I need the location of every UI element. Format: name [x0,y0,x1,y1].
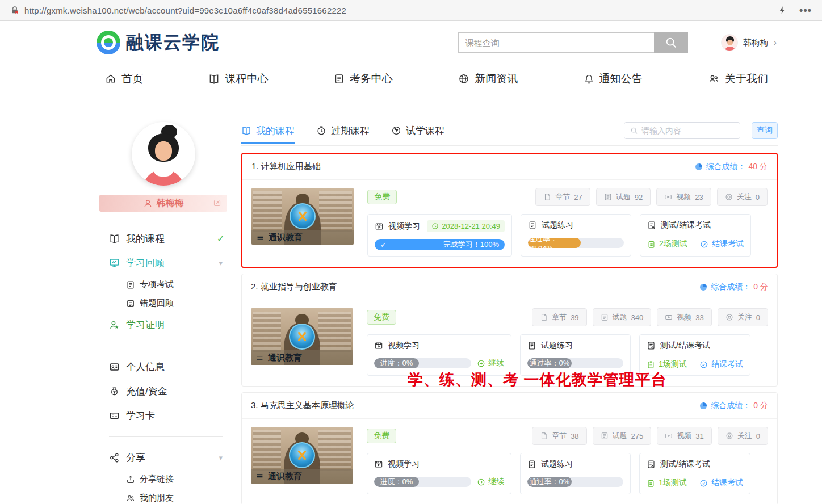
course-search-button[interactable] [654,32,688,53]
sidebar-item-share-link[interactable]: 分享链接 [109,470,227,489]
course-thumbnail[interactable]: 通识教育 [251,427,353,484]
bell-icon [584,73,594,85]
clipboard-icon [647,240,656,249]
user-menu[interactable]: 韩梅梅 › [721,34,777,51]
video-progress-bar: 进度：0% [374,477,471,487]
stat-chapters[interactable]: 章节27 [535,188,590,206]
book-icon [241,125,251,136]
nav-notices[interactable]: 通知公告 [584,72,643,86]
friends-icon [126,494,135,503]
watermark-annotation: 学、练、测、考 一体化教学管理平台 [408,369,667,390]
home-icon [105,73,116,85]
user-name: 韩梅梅 [743,37,769,48]
tests-link[interactable]: 1场测试 [647,359,687,369]
stat-videos[interactable]: 视频23 [656,188,711,206]
chevron-right-icon: › [774,37,777,48]
school-logo-badge [290,203,316,229]
list-icon [601,432,609,440]
search-icon [665,36,677,49]
stat-follows[interactable]: 关注0 [718,427,768,445]
sidebar-item-my-courses[interactable]: 我的课程 ✓ [109,226,227,251]
eye-icon [725,313,733,321]
lightning-icon[interactable] [778,5,787,15]
course-thumbnail[interactable]: 通识教育 [251,188,354,245]
divider [109,346,223,346]
deadline-pill: 2028-12-21 20:49 [427,220,505,232]
nav-news[interactable]: 新闻资讯 [458,72,518,86]
pass-rate-bar: 通过率：0% [527,358,623,368]
clock-icon [316,125,326,136]
check-icon: ✓ [380,241,387,249]
exam-panel[interactable]: 测试/结课考试 1场测试 结课考试 [639,453,750,494]
tab-my-courses[interactable]: 我的课程 [241,124,295,137]
nav-about[interactable]: 关于我们 [708,72,768,86]
stat-follows[interactable]: 关注0 [717,188,768,206]
site-logo[interactable]: 融课云学院 [97,31,220,54]
course-thumbnail[interactable]: 通识教育 [251,308,353,365]
exam-panel[interactable]: 测试/结课考试 2场测试 结课考试 [640,214,751,257]
main-panel: 我的课程 过期课程 试学课程 查询 1. 计算机 [241,122,778,504]
list-icon [601,313,609,321]
final-exam-link[interactable]: 结课考试 [699,478,743,488]
tab-trial-courses[interactable]: 试学课程 [391,124,444,137]
quiz-panel[interactable]: 试题练习 通过率：0% [520,453,631,494]
profile-avatar[interactable] [132,122,195,186]
sidebar-item-special-exam[interactable]: 专项考试 [109,275,227,294]
query-button[interactable]: 查询 [752,122,778,139]
course-title[interactable]: 2. 就业指导与创业教育 [251,282,337,292]
list-search-box[interactable] [624,122,740,139]
exam-paper-icon [334,73,345,85]
course-search-input[interactable] [458,32,654,53]
stat-videos[interactable]: 视频33 [657,308,711,326]
divider [109,436,223,437]
tests-link[interactable]: 2场测试 [647,239,687,249]
list-search-input[interactable] [641,126,734,135]
stat-follows[interactable]: 关注0 [718,308,768,326]
sidebar-item-certificate[interactable]: 学习证明 [109,313,227,337]
monitor-chart-icon [109,258,120,268]
sidebar-item-recharge[interactable]: 充值/资金 [109,379,227,404]
final-exam-link[interactable]: 结课考试 [699,359,743,369]
sidebar-item-my-friends[interactable]: 我的朋友 [109,489,227,504]
nav-exam-center[interactable]: 考务中心 [334,72,393,86]
stat-videos[interactable]: 视频31 [657,427,711,445]
course-title[interactable]: 3. 马克思主义基本原理概论 [251,400,354,411]
book-icon [109,233,120,244]
stat-chapters[interactable]: 章节38 [532,427,586,445]
browser-address-bar[interactable]: http://gxmk.weisha100.net/web/account?ui… [0,0,822,21]
exam-doc-icon [126,280,135,289]
video-study-panel[interactable]: 视频学习 进度：0% 继续 [367,453,511,494]
video-progress-bar: 进度：0% [374,358,471,368]
clipboard-icon [647,479,655,488]
test-doc-icon [647,460,656,469]
course-title[interactable]: 1. 计算机应用基础 [251,161,321,172]
stat-chapters[interactable]: 章节39 [532,308,586,326]
user-name-banner[interactable]: 韩梅梅 [99,195,227,212]
tests-link[interactable]: 1场测试 [647,478,687,488]
tab-expired-courses[interactable]: 过期课程 [316,124,370,137]
browser-menu-icon[interactable]: ••• [799,5,812,16]
course-tabs: 我的课程 过期课程 试学课程 查询 [241,122,778,146]
stat-questions[interactable]: 试题275 [593,427,652,445]
stat-questions[interactable]: 试题340 [593,308,652,326]
sidebar-item-profile[interactable]: 个人信息 [109,355,227,379]
book-icon [208,73,220,85]
stat-questions[interactable]: 试题92 [596,188,651,206]
video-study-panel[interactable]: 视频学习 2028-12-21 20:49 ✓ 完成学习！100 [367,214,512,257]
expand-icon[interactable] [213,199,221,207]
final-exam-link[interactable]: 结课考试 [700,239,744,249]
pie-chart-icon [699,401,708,410]
free-tag: 免费 [367,310,396,325]
url-text[interactable]: http://gxmk.weisha100.net/web/account?ui… [24,6,346,15]
sidebar-item-wrong-review[interactable]: 错题回顾 [109,294,227,313]
quiz-panel[interactable]: 试题练习 通过率：38.04% [521,214,631,257]
sidebar-item-study-card[interactable]: 学习卡 [109,404,227,428]
nav-home[interactable]: 首页 [105,72,143,86]
sidebar-item-review[interactable]: 学习回顾 ▾ [109,251,227,275]
video-progress-text: 进度：0% [374,477,419,487]
nav-course-center[interactable]: 课程中心 [208,72,268,86]
film-icon [375,222,384,231]
sidebar-item-share[interactable]: 分享 ▾ [109,446,227,470]
continue-link[interactable]: 继续 [477,358,504,368]
continue-link[interactable]: 继续 [477,477,504,487]
